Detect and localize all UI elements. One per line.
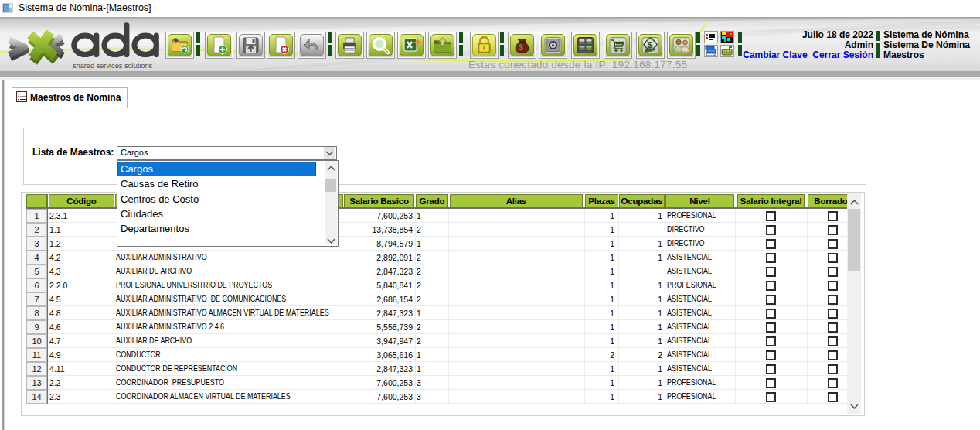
- svg-text:shared services solutions: shared services solutions: [73, 62, 153, 70]
- svg-text:$: $: [519, 43, 524, 52]
